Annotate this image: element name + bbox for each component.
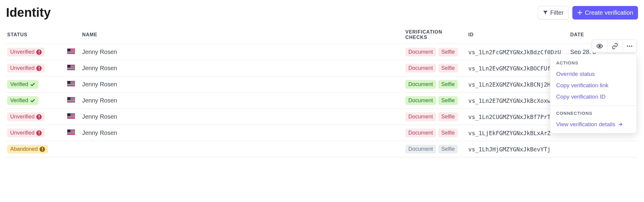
table-row[interactable]: UnverifiedJenny RosenDocumentSelfievs_1L… [6, 125, 638, 141]
name-cell: Jenny Rosen [81, 125, 404, 141]
flag-icon [67, 129, 75, 135]
alert-circle-icon [36, 130, 42, 136]
name-cell [81, 141, 404, 157]
funnel-icon [543, 10, 548, 15]
create-verification-label: Create verification [585, 9, 633, 16]
flag-icon [67, 81, 75, 86]
status-badge: Unverified [7, 129, 45, 137]
page-title: Identity [6, 5, 51, 20]
flag-icon [67, 65, 75, 70]
name-cell: Jenny Rosen [81, 93, 404, 109]
name-cell: Jenny Rosen [81, 44, 404, 60]
plus-icon [577, 10, 583, 15]
status-label: Unverified [10, 49, 34, 55]
table-row[interactable]: UnverifiedJenny RosenDocumentSelfievs_1L… [6, 60, 638, 76]
name-cell: Jenny Rosen [81, 109, 404, 125]
view-button[interactable] [592, 40, 607, 52]
check-selfie-badge: Selfie [438, 48, 458, 56]
alert-circle-icon [40, 147, 45, 152]
id-cell: vs_1LhJHjGMZYGNxJkBevYTj [467, 141, 569, 157]
status-label: Unverified [10, 114, 34, 120]
dropdown-actions-label: ACTIONS [550, 58, 637, 68]
check-icon [30, 82, 35, 87]
flag-icon [67, 49, 75, 54]
check-document-badge: Document [405, 129, 436, 137]
date-cell [569, 141, 638, 157]
column-name: NAME [81, 27, 404, 44]
check-document-badge: Document [405, 48, 436, 56]
filter-button[interactable]: Filter [538, 6, 568, 19]
column-checks: VERIFICATION CHECKS [404, 27, 467, 44]
status-badge: Unverified [7, 48, 45, 56]
status-badge: Unverified [7, 64, 45, 73]
table-row[interactable]: UnverifiedJenny RosenDocumentSelfievs_1L… [6, 44, 638, 60]
dropdown-view-details[interactable]: View verification details [550, 119, 637, 130]
name-cell: Jenny Rosen [81, 76, 404, 93]
dropdown-divider [550, 105, 637, 106]
svg-point-0 [599, 45, 601, 47]
status-badge: Unverified [7, 112, 45, 121]
eye-icon [596, 43, 603, 49]
column-status: STATUS [6, 27, 66, 44]
column-id: ID [467, 27, 569, 44]
check-document-badge: Document [405, 96, 436, 105]
flag-icon [67, 97, 75, 102]
link-icon [612, 43, 618, 49]
status-label: Abandoned [10, 146, 38, 152]
check-selfie-badge: Selfie [438, 145, 458, 153]
dropdown-copy-id[interactable]: Copy verification ID [550, 91, 637, 102]
filter-button-label: Filter [550, 9, 563, 16]
check-document-badge: Document [405, 112, 436, 121]
flag-icon [67, 113, 75, 119]
alert-circle-icon [36, 114, 42, 120]
actions-dropdown: ACTIONS Override status Copy verificatio… [550, 54, 637, 133]
status-label: Verified [10, 97, 28, 104]
dropdown-copy-link[interactable]: Copy verification link [550, 80, 637, 91]
dropdown-view-details-label: View verification details [556, 121, 615, 128]
status-badge: Verified [7, 80, 38, 89]
table-row[interactable]: VerifiedJenny RosenDocumentSelfievs_1Ln2… [6, 93, 638, 109]
create-verification-button[interactable]: Create verification [572, 6, 638, 19]
check-selfie-badge: Selfie [438, 129, 458, 137]
status-label: Verified [10, 81, 28, 88]
check-selfie-badge: Selfie [438, 64, 458, 73]
table-row[interactable]: UnverifiedJenny RosenDocumentSelfievs_1L… [6, 109, 638, 125]
status-badge: Verified [7, 96, 38, 105]
copy-link-button[interactable] [607, 40, 622, 52]
check-document-badge: Document [405, 64, 436, 73]
table-row[interactable]: VerifiedJenny RosenDocumentSelfievs_1Ln2… [6, 76, 638, 93]
name-cell: Jenny Rosen [81, 60, 404, 76]
check-document-badge: Document [405, 80, 436, 89]
arrow-right-icon [618, 122, 623, 127]
check-icon [30, 98, 35, 103]
table-row[interactable]: AbandonedDocumentSelfievs_1LhJHjGMZYGNxJ… [6, 141, 638, 157]
more-actions-button[interactable] [622, 40, 637, 52]
header-actions: Filter Create verification [538, 6, 638, 19]
check-selfie-badge: Selfie [438, 112, 458, 121]
row-actions-toolbar [592, 40, 637, 53]
status-badge: Abandoned [7, 145, 48, 153]
check-selfie-badge: Selfie [438, 96, 458, 105]
check-selfie-badge: Selfie [438, 80, 458, 89]
dots-icon [627, 46, 632, 47]
check-document-badge: Document [405, 145, 436, 153]
verifications-table: STATUS NAME VERIFICATION CHECKS ID DATE … [6, 27, 638, 157]
status-label: Unverified [10, 65, 34, 71]
alert-circle-icon [36, 66, 42, 71]
dropdown-override-status[interactable]: Override status [550, 68, 637, 80]
status-label: Unverified [10, 130, 34, 136]
alert-circle-icon [36, 49, 42, 55]
dropdown-connections-label: CONNECTIONS [550, 109, 637, 119]
